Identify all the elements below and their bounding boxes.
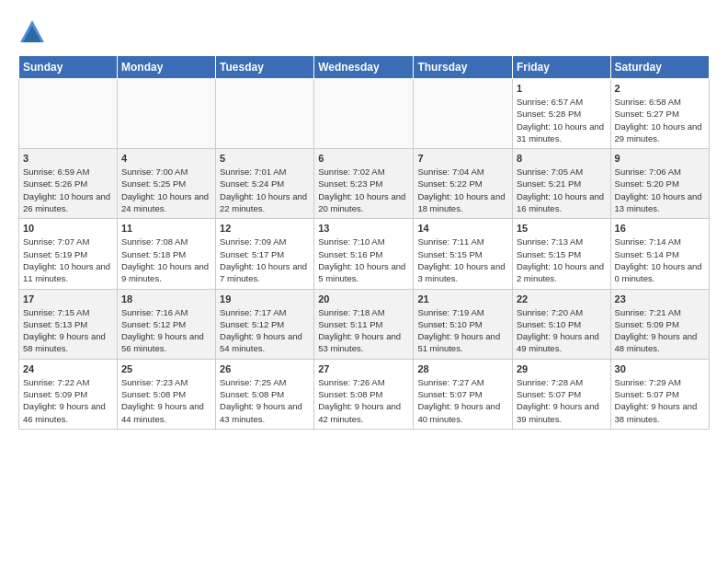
weekday-monday: Monday [117,56,215,79]
calendar-cell [19,79,118,149]
calendar-cell: 21Sunrise: 7:19 AMSunset: 5:10 PMDayligh… [414,289,513,359]
calendar-cell: 28Sunrise: 7:27 AMSunset: 5:07 PMDayligh… [414,359,513,429]
day-number: 21 [417,293,508,304]
calendar-cell: 30Sunrise: 7:29 AMSunset: 5:07 PMDayligh… [610,359,709,429]
day-number: 23 [615,293,705,304]
weekday-sunday: Sunday [19,56,118,79]
weekday-wednesday: Wednesday [314,56,414,79]
calendar-cell: 4Sunrise: 7:00 AMSunset: 5:25 PMDaylight… [117,149,215,219]
day-info: Sunrise: 7:29 AMSunset: 5:07 PMDaylight:… [615,376,705,425]
calendar-cell: 13Sunrise: 7:10 AMSunset: 5:16 PMDayligh… [314,219,414,289]
day-info: Sunrise: 7:13 AMSunset: 5:15 PMDaylight:… [517,236,607,284]
day-info: Sunrise: 7:26 AMSunset: 5:08 PMDaylight:… [318,376,409,425]
calendar-week-2: 3Sunrise: 6:59 AMSunset: 5:26 PMDaylight… [19,149,710,219]
day-info: Sunrise: 7:16 AMSunset: 5:12 PMDaylight:… [121,306,211,355]
calendar-cell: 19Sunrise: 7:17 AMSunset: 5:12 PMDayligh… [216,289,314,359]
day-number: 6 [318,153,409,164]
day-number: 24 [23,363,113,374]
day-number: 30 [615,363,705,374]
day-number: 12 [220,223,310,234]
calendar-cell [117,79,215,149]
day-info: Sunrise: 7:04 AMSunset: 5:22 PMDaylight:… [417,166,508,214]
day-number: 1 [517,83,607,94]
day-number: 2 [615,83,705,94]
day-number: 27 [318,363,409,374]
day-info: Sunrise: 6:59 AMSunset: 5:26 PMDaylight:… [23,166,113,214]
day-info: Sunrise: 6:57 AMSunset: 5:28 PMDaylight:… [517,96,607,144]
weekday-header-row: SundayMondayTuesdayWednesdayThursdayFrid… [19,56,710,79]
day-info: Sunrise: 7:15 AMSunset: 5:13 PMDaylight:… [23,306,113,355]
day-info: Sunrise: 7:14 AMSunset: 5:14 PMDaylight:… [615,236,705,284]
day-number: 10 [23,223,113,234]
day-number: 25 [121,363,211,374]
calendar-cell: 18Sunrise: 7:16 AMSunset: 5:12 PMDayligh… [117,289,215,359]
page-header [18,18,710,46]
calendar-cell [314,79,414,149]
day-number: 29 [517,363,607,374]
day-info: Sunrise: 7:09 AMSunset: 5:17 PMDaylight:… [220,236,310,284]
calendar-week-1: 1Sunrise: 6:57 AMSunset: 5:28 PMDaylight… [19,79,710,149]
day-number: 13 [318,223,409,234]
day-info: Sunrise: 7:02 AMSunset: 5:23 PMDaylight:… [318,166,409,214]
calendar-week-4: 17Sunrise: 7:15 AMSunset: 5:13 PMDayligh… [19,289,710,359]
logo [18,18,50,46]
calendar-cell: 5Sunrise: 7:01 AMSunset: 5:24 PMDaylight… [216,149,314,219]
day-info: Sunrise: 7:22 AMSunset: 5:09 PMDaylight:… [23,376,113,425]
calendar-cell: 6Sunrise: 7:02 AMSunset: 5:23 PMDaylight… [314,149,414,219]
day-number: 14 [417,223,508,234]
calendar-cell: 3Sunrise: 6:59 AMSunset: 5:26 PMDaylight… [19,149,118,219]
day-number: 20 [318,293,409,304]
day-info: Sunrise: 7:17 AMSunset: 5:12 PMDaylight:… [220,306,310,355]
day-number: 26 [220,363,310,374]
calendar-cell: 17Sunrise: 7:15 AMSunset: 5:13 PMDayligh… [19,289,118,359]
weekday-saturday: Saturday [610,56,709,79]
calendar-cell: 15Sunrise: 7:13 AMSunset: 5:15 PMDayligh… [512,219,610,289]
day-info: Sunrise: 7:27 AMSunset: 5:07 PMDaylight:… [417,376,508,425]
weekday-tuesday: Tuesday [216,56,314,79]
day-info: Sunrise: 7:25 AMSunset: 5:08 PMDaylight:… [220,376,310,425]
day-number: 4 [121,153,211,164]
calendar-cell [414,79,513,149]
day-info: Sunrise: 7:05 AMSunset: 5:21 PMDaylight:… [517,166,607,214]
logo-icon [18,18,46,46]
day-number: 11 [121,223,211,234]
calendar-cell: 20Sunrise: 7:18 AMSunset: 5:11 PMDayligh… [314,289,414,359]
day-info: Sunrise: 7:20 AMSunset: 5:10 PMDaylight:… [517,306,607,355]
calendar-cell: 22Sunrise: 7:20 AMSunset: 5:10 PMDayligh… [512,289,610,359]
calendar-cell: 11Sunrise: 7:08 AMSunset: 5:18 PMDayligh… [117,219,215,289]
calendar-cell: 16Sunrise: 7:14 AMSunset: 5:14 PMDayligh… [610,219,709,289]
day-info: Sunrise: 7:10 AMSunset: 5:16 PMDaylight:… [318,236,409,284]
day-info: Sunrise: 6:58 AMSunset: 5:27 PMDaylight:… [615,96,705,144]
day-info: Sunrise: 7:18 AMSunset: 5:11 PMDaylight:… [318,306,409,355]
calendar-cell: 8Sunrise: 7:05 AMSunset: 5:21 PMDaylight… [512,149,610,219]
day-info: Sunrise: 7:23 AMSunset: 5:08 PMDaylight:… [121,376,211,425]
calendar-body: 1Sunrise: 6:57 AMSunset: 5:28 PMDaylight… [19,79,710,430]
day-number: 28 [417,363,508,374]
day-info: Sunrise: 7:21 AMSunset: 5:09 PMDaylight:… [615,306,705,355]
day-number: 3 [23,153,113,164]
day-number: 9 [615,153,705,164]
day-info: Sunrise: 7:19 AMSunset: 5:10 PMDaylight:… [417,306,508,355]
day-number: 22 [517,293,607,304]
calendar-cell: 1Sunrise: 6:57 AMSunset: 5:28 PMDaylight… [512,79,610,149]
day-number: 15 [517,223,607,234]
calendar-cell: 10Sunrise: 7:07 AMSunset: 5:19 PMDayligh… [19,219,118,289]
day-number: 7 [417,153,508,164]
day-info: Sunrise: 7:11 AMSunset: 5:15 PMDaylight:… [417,236,508,284]
weekday-thursday: Thursday [414,56,513,79]
calendar-cell: 27Sunrise: 7:26 AMSunset: 5:08 PMDayligh… [314,359,414,429]
weekday-friday: Friday [512,56,610,79]
calendar-cell: 12Sunrise: 7:09 AMSunset: 5:17 PMDayligh… [216,219,314,289]
calendar-cell: 23Sunrise: 7:21 AMSunset: 5:09 PMDayligh… [610,289,709,359]
day-info: Sunrise: 7:07 AMSunset: 5:19 PMDaylight:… [23,236,113,284]
day-number: 18 [121,293,211,304]
calendar-table: SundayMondayTuesdayWednesdayThursdayFrid… [18,55,710,430]
calendar-cell [216,79,314,149]
calendar-cell: 26Sunrise: 7:25 AMSunset: 5:08 PMDayligh… [216,359,314,429]
day-number: 16 [615,223,705,234]
day-number: 8 [517,153,607,164]
calendar-cell: 2Sunrise: 6:58 AMSunset: 5:27 PMDaylight… [610,79,709,149]
calendar-cell: 24Sunrise: 7:22 AMSunset: 5:09 PMDayligh… [19,359,118,429]
calendar-cell: 25Sunrise: 7:23 AMSunset: 5:08 PMDayligh… [117,359,215,429]
calendar-cell: 29Sunrise: 7:28 AMSunset: 5:07 PMDayligh… [512,359,610,429]
